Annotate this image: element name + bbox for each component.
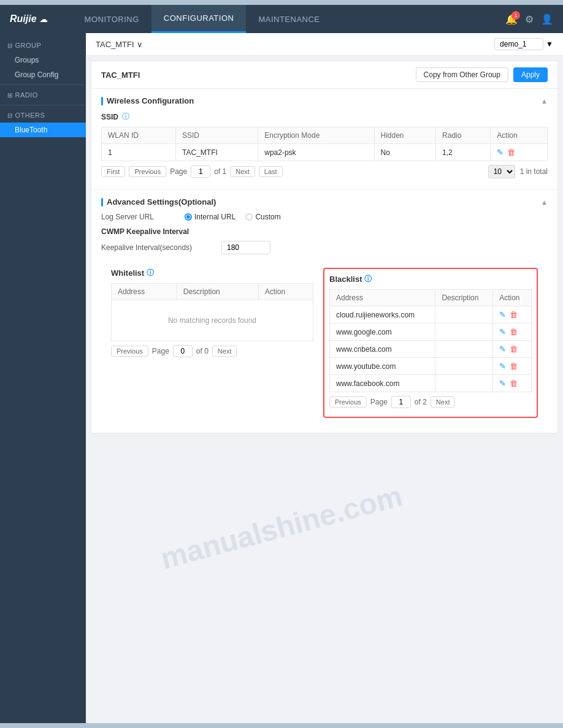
sidebar-group-header-others[interactable]: ⊟ OTHERS (0, 108, 86, 123)
wl-of-label: of 0 (196, 347, 209, 355)
nav-monitoring[interactable]: MONITORING (72, 5, 151, 33)
whitelist-pagination: Previous Page of 0 Next (111, 345, 237, 357)
apply-button[interactable]: Apply (513, 67, 548, 82)
config-actions: Copy from Other Group Apply (416, 67, 548, 82)
bl-col-address: Address (330, 290, 435, 306)
ssid-table-footer: First Previous Page of 1 Next Last 10 (101, 161, 548, 182)
internal-url-radio[interactable] (185, 213, 192, 221)
wl-prev-btn[interactable]: Previous (111, 346, 148, 357)
nav-configuration[interactable]: CONFIGURATION (151, 5, 247, 33)
bl-edit-icon-1[interactable]: ✎ (499, 327, 506, 336)
config-panel: TAC_MTFI Copy from Other Group Apply Wir… (91, 61, 558, 434)
blacklist-table: Address Description Action cloud.ruijien… (329, 289, 532, 392)
ssid-last-btn[interactable]: Last (259, 166, 283, 177)
wireless-collapse-icon[interactable]: ▲ (541, 97, 548, 105)
log-server-url-radio-group: Internal URL Custom (185, 213, 281, 221)
nav-maintenance[interactable]: MAINTENANCE (246, 5, 332, 33)
bl-cell-description-4 (435, 375, 493, 392)
sidebar-group-others: ⊟ OTHERS BlueTooth (0, 108, 86, 137)
sidebar-item-bluetooth[interactable]: BlueTooth (0, 123, 86, 137)
bl-cell-action-2: ✎ 🗑 (493, 341, 532, 358)
bl-edit-icon-3[interactable]: ✎ (499, 362, 506, 371)
bl-edit-icon-0[interactable]: ✎ (499, 310, 506, 319)
blacklist-info-icon[interactable]: ⓘ (364, 274, 372, 284)
sidebar-group-radio: ⊞ RADIO (0, 88, 86, 102)
table-row: www.cnbeta.com ✎ 🗑 (330, 341, 532, 358)
ssid-cell-wlan-id: 1 (102, 144, 176, 161)
ssid-col-radio: Radio (436, 127, 491, 144)
ssid-page-input[interactable] (191, 165, 210, 178)
advanced-settings-section: Advanced Settings(Optional) ▲ Log Server… (91, 190, 557, 433)
internal-url-option[interactable]: Internal URL (185, 213, 236, 221)
wl-page-input[interactable] (173, 345, 193, 357)
ssid-edit-icon[interactable]: ✎ (497, 148, 504, 157)
internal-url-label: Internal URL (194, 213, 236, 221)
expand-icon-group: ⊟ (7, 42, 13, 49)
ssid-col-encryption: Encryption Mode (258, 127, 374, 144)
cwmp-interval-input[interactable] (221, 241, 270, 254)
bl-prev-btn[interactable]: Previous (329, 396, 367, 408)
whitelist-info-icon[interactable]: ⓘ (147, 268, 154, 278)
ssid-info-icon[interactable]: ⓘ (122, 112, 129, 122)
log-server-url-label: Log Server URL (101, 213, 175, 221)
blacklist-title: Blacklist ⓘ (329, 274, 532, 284)
whitelist-table: Address Description Action No matching r… (111, 283, 313, 341)
ssid-next-btn[interactable]: Next (230, 166, 255, 177)
sidebar: ⊟ GROUP Groups Group Config ⊞ RADIO (0, 33, 86, 723)
wl-col-address: Address (112, 284, 177, 300)
device-select: demo_1 ▼ (494, 38, 553, 50)
custom-url-option[interactable]: Custom (245, 213, 280, 221)
custom-url-radio[interactable] (245, 213, 253, 221)
ssid-pagination: First Previous Page of 1 Next Last (101, 165, 283, 178)
advanced-collapse-icon[interactable]: ▲ (541, 199, 548, 206)
settings-icon[interactable]: ⚙ (525, 13, 534, 25)
breadcrumb-current[interactable]: TAC_MTFI (96, 40, 134, 49)
bl-edit-icon-2[interactable]: ✎ (499, 344, 506, 354)
wl-next-btn[interactable]: Next (212, 346, 237, 357)
bl-page-input[interactable] (391, 396, 411, 408)
config-header: TAC_MTFI Copy from Other Group Apply (91, 61, 557, 89)
table-row: No matching records found (112, 300, 313, 341)
advanced-settings-title: Advanced Settings(Optional) (101, 197, 216, 207)
expand-icon-others: ⊟ (7, 112, 13, 119)
bl-delete-icon-1[interactable]: 🗑 (510, 327, 518, 336)
bl-cell-address-3: www.youtube.com (330, 358, 435, 375)
ssid-section: SSID ⓘ WLAN ID SSID Encryption Mode Hidd… (101, 112, 548, 182)
bl-cell-action-1: ✎ 🗑 (493, 324, 532, 341)
breadcrumb-bar: TAC_MTFI ∨ demo_1 ▼ (86, 33, 563, 56)
whitelist-footer: Previous Page of 0 Next (111, 341, 313, 361)
bl-delete-icon-4[interactable]: 🗑 (510, 379, 518, 388)
bl-cell-address-0: cloud.ruijieneworks.com (330, 306, 435, 324)
bl-delete-icon-3[interactable]: 🗑 (510, 362, 518, 371)
ssid-delete-icon[interactable]: 🗑 (507, 148, 515, 157)
table-row: www.facebook.com ✎ 🗑 (330, 375, 532, 392)
whitelist-panel: Whitelist ⓘ Address Description Action (111, 268, 313, 418)
sidebar-group-group: ⊟ GROUP Groups Group Config (0, 38, 86, 82)
ssid-table: WLAN ID SSID Encryption Mode Hidden Radi… (101, 127, 548, 161)
ssid-prev-btn[interactable]: Previous (129, 166, 166, 177)
notification-icon[interactable]: 🔔 1 (505, 13, 518, 25)
bl-cell-address-4: www.facebook.com (330, 375, 435, 392)
bl-cell-description-1 (435, 324, 493, 341)
device-select-box[interactable]: demo_1 (494, 38, 543, 50)
sidebar-group-header-group[interactable]: ⊟ GROUP (0, 38, 86, 53)
copy-from-other-group-button[interactable]: Copy from Other Group (416, 67, 508, 82)
ssid-cell-encryption: wpa2-psk (258, 144, 374, 161)
ssid-first-btn[interactable]: First (101, 166, 125, 177)
sidebar-item-group-config[interactable]: Group Config (0, 67, 86, 82)
table-row: cloud.ruijieneworks.com ✎ 🗑 (330, 306, 532, 324)
ssid-per-page-select[interactable]: 10 20 50 (488, 165, 515, 178)
sidebar-item-groups[interactable]: Groups (0, 53, 86, 67)
bl-edit-icon-4[interactable]: ✎ (499, 379, 506, 388)
cwmp-title: CWMP Keepalive Interval (101, 227, 548, 236)
bl-delete-icon-2[interactable]: 🗑 (510, 344, 518, 354)
blacklist-panel: Blacklist ⓘ Address Description Action (323, 268, 538, 418)
bl-col-description: Description (435, 290, 493, 306)
bl-of-label: of 2 (415, 398, 427, 406)
sidebar-group-header-radio[interactable]: ⊞ RADIO (0, 88, 86, 102)
bl-next-btn[interactable]: Next (431, 396, 456, 408)
logo-text: Ruijie (10, 13, 37, 25)
bl-delete-icon-0[interactable]: 🗑 (510, 310, 518, 319)
user-icon[interactable]: 👤 (541, 13, 553, 25)
bl-cell-description-0 (435, 306, 493, 324)
